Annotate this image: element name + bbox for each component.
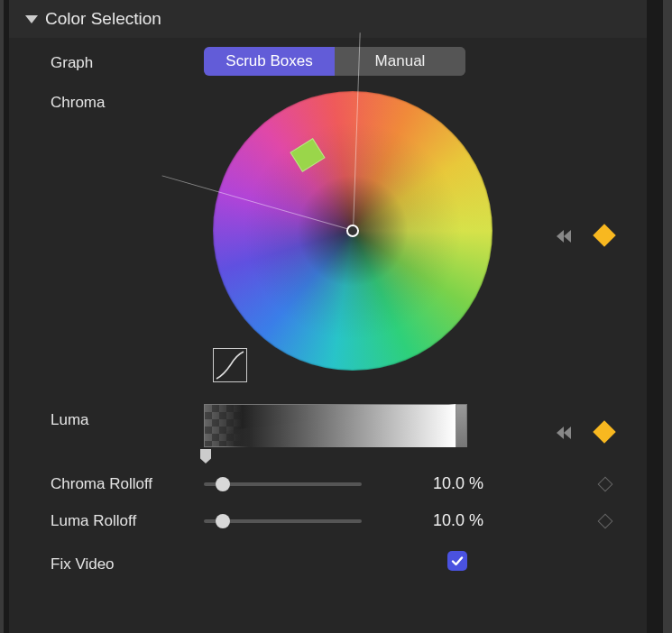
- luma-low-handle[interactable]: [200, 449, 211, 463]
- luma-rolloff-row: Luma Rolloff 10.0 %: [9, 502, 647, 539]
- fix-video-checkbox[interactable]: [447, 551, 467, 571]
- value-number: 10.0: [433, 474, 465, 492]
- disclosure-triangle-icon[interactable]: [25, 15, 38, 23]
- fix-video-label: Fix Video: [51, 548, 195, 573]
- panel-gutter-right: [647, 0, 663, 633]
- chroma-rolloff-label: Chroma Rolloff: [51, 475, 195, 493]
- graph-row: Graph Scrub Boxes Manual: [9, 41, 647, 81]
- value-unit: %: [469, 511, 483, 529]
- chroma-rolloff-slider[interactable]: [204, 475, 362, 493]
- panel-edge-right: [663, 0, 672, 633]
- color-selection-panel: Color Selection Graph Scrub Boxes Manual…: [9, 0, 647, 633]
- chroma-falloff-curve-button[interactable]: [213, 348, 247, 382]
- chroma-wheel-wrap: [204, 87, 502, 384]
- slider-thumb[interactable]: [216, 477, 230, 491]
- chroma-wedge-line-left[interactable]: [162, 175, 354, 231]
- graph-label: Graph: [51, 47, 195, 72]
- chroma-label: Chroma: [51, 87, 195, 112]
- graph-mode-segmented: Scrub Boxes Manual: [204, 47, 465, 76]
- panel-edge-left: [0, 0, 4, 633]
- tab-manual[interactable]: Manual: [335, 47, 465, 76]
- luma-keyframe-col: [555, 424, 631, 440]
- value-number: 10.0: [433, 511, 465, 529]
- curve-icon: [215, 350, 245, 381]
- chroma-row: Chroma: [9, 81, 647, 390]
- luma-control: [195, 404, 631, 460]
- luma-rolloff-value[interactable]: 10.0 %: [402, 511, 483, 530]
- chroma-control: [195, 87, 631, 384]
- svg-marker-0: [557, 230, 564, 243]
- luma-label: Luma: [51, 404, 195, 429]
- section-header[interactable]: Color Selection: [9, 0, 647, 38]
- graph-control: Scrub Boxes Manual: [195, 47, 631, 76]
- luma-rolloff-label: Luma Rolloff: [51, 512, 195, 530]
- svg-marker-1: [564, 230, 571, 243]
- chroma-rolloff-keyframe-icon[interactable]: [598, 476, 613, 491]
- section-title: Color Selection: [45, 9, 161, 29]
- luma-strip-wrap: [204, 404, 474, 460]
- chroma-keyframe-diamond-icon[interactable]: [593, 224, 615, 246]
- chroma-wheel-center[interactable]: [346, 225, 359, 237]
- section-body: Graph Scrub Boxes Manual Chroma: [9, 38, 647, 583]
- check-icon: [450, 554, 465, 568]
- luma-strip-tail: [456, 404, 467, 447]
- luma-row: Luma: [9, 390, 647, 465]
- chroma-wheel[interactable]: [213, 91, 492, 371]
- tab-scrub-boxes[interactable]: Scrub Boxes: [204, 47, 335, 76]
- value-unit: %: [469, 474, 483, 492]
- chroma-keyframe-col: [555, 227, 631, 243]
- luma-prev-keyframe-icon[interactable]: [555, 425, 571, 439]
- luma-keyframe-diamond-icon[interactable]: [593, 420, 615, 443]
- luma-rolloff-slider[interactable]: [204, 512, 362, 530]
- svg-marker-2: [557, 427, 564, 439]
- chroma-sample-marker[interactable]: [290, 138, 325, 172]
- slider-thumb[interactable]: [216, 514, 230, 528]
- fix-video-row: Fix Video: [9, 539, 647, 583]
- chroma-prev-keyframe-icon[interactable]: [555, 228, 571, 243]
- chroma-rolloff-value[interactable]: 10.0 %: [402, 474, 483, 493]
- svg-marker-3: [564, 427, 571, 439]
- luma-rolloff-keyframe-icon[interactable]: [598, 513, 613, 528]
- chroma-rolloff-row: Chroma Rolloff 10.0 %: [9, 465, 647, 502]
